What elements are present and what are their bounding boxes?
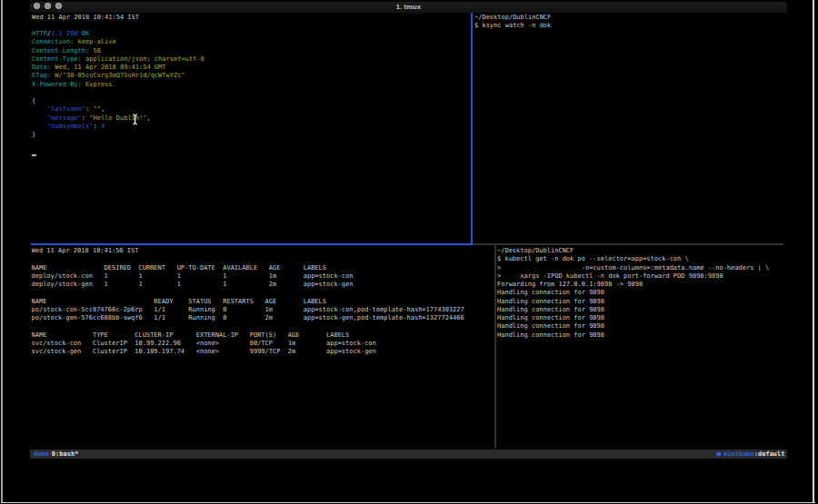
pane-port-forward[interactable]: ~/Desktop/DublinCNCF$ kubectl get -n dok… [497, 247, 785, 448]
pane-http-response[interactable]: Wed 11 Apr 2018 10:41:54 IST HTTP/1.1 20… [32, 14, 471, 242]
terminal-line [32, 22, 471, 30]
session-name: demo [34, 450, 49, 458]
pane-divider-vertical-top [471, 13, 473, 245]
kube-context-name: minikube [723, 450, 754, 458]
terminal-line: Content-Type: application/json; charset=… [32, 55, 471, 64]
terminal-line: NAME DESIRED CURRENT UP-TO-DATE AVAILABL… [32, 264, 494, 272]
terminal-line: deploy/stock-con 1 1 1 1 1m app=stock-co… [32, 272, 494, 281]
terminal-line: HTTP/1.1 200 OK [32, 30, 471, 38]
terminal-line [32, 322, 494, 331]
tmux-terminal: Wed 11 Apr 2018 10:41:54 IST HTTP/1.1 20… [30, 13, 787, 460]
terminal-line: "lastseen": "", [32, 105, 471, 114]
terminal-line: Handling connection for 9898 [497, 331, 785, 340]
terminal-line: > -o=custom-columns=:metadata.name --no-… [497, 264, 785, 272]
terminal-line: NAME READY STATUS RESTARTS AGE LABELS [32, 298, 494, 306]
terminal-cursor [32, 154, 36, 156]
screen-edge-right [813, 0, 814, 503]
terminal-line: > xargs -IPOD kubectl -n dok port-forwar… [497, 272, 785, 281]
terminal-line: Forwarding from 127.0.0.1:9898 -> 9898 [497, 281, 785, 289]
terminal-line [32, 255, 494, 263]
terminal-line: deploy/stock-gen 1 1 1 1 2m app=stock-ge… [32, 281, 494, 289]
terminal-line [32, 89, 471, 97]
terminal-line: svc/stock-gen ClusterIP 10.109.197.74 <n… [32, 348, 494, 356]
window-title: 1. tmux [30, 2, 787, 13]
ibeam-mouse-cursor [130, 113, 141, 126]
terminal-line: Handling connection for 9898 [497, 306, 785, 314]
status-window-item[interactable]: 0:bash* [52, 450, 79, 458]
terminal-line: ~/Desktop/DublinCNCF [497, 247, 785, 255]
pane-divider-horizontal-left [31, 243, 473, 245]
terminal-line: Wed 11 Apr 2018 10:41:54 IST [32, 14, 471, 22]
terminal-line: Handling connection for 9898 [497, 298, 785, 306]
terminal-line: $ ksync watch -n dok [474, 22, 785, 30]
terminal-line: "numsymbols": 4 [32, 123, 471, 131]
terminal-line: ~/Desktop/DublinCNCF [474, 14, 785, 22]
screen-edge-bottom [1, 502, 815, 504]
terminal-line: Handling connection for 9898 [497, 314, 785, 322]
terminal-line: { [32, 97, 471, 105]
terminal-window: 1. tmux Wed 11 Apr 2018 10:41:54 IST HTT… [30, 2, 787, 460]
terminal-line [32, 289, 494, 297]
window-titlebar[interactable]: 1. tmux [30, 2, 787, 13]
desktop-background: 1. tmux Wed 11 Apr 2018 10:41:54 IST HTT… [0, 0, 818, 504]
terminal-line: $ kubectl get -n dok po --selector=app=s… [497, 255, 785, 263]
terminal-line: NAME TYPE CLUSTER-IP EXTERNAL-IP PORT(S)… [32, 331, 494, 340]
terminal-line: Connection: keep-alive [32, 38, 471, 46]
terminal-line: po/stock-gen-576cc688bb-swqf6 1/1 Runnin… [32, 314, 494, 322]
terminal-line: Wed 11 Apr 2018 10:41:56 IST [32, 247, 494, 255]
terminal-line: "message": "Hello Dublin!", [32, 114, 471, 123]
kube-namespace: :default [754, 450, 785, 458]
pane-kubectl-get[interactable]: Wed 11 Apr 2018 10:41:56 IST NAME DESIRE… [32, 247, 494, 448]
hexagon-icon: ⬢ [716, 450, 723, 458]
terminal-line: svc/stock-con ClusterIP 10.99.222.96 <no… [32, 340, 494, 348]
kube-context: ⬢ minikube [716, 450, 754, 458]
terminal-line: Content-Length: 56 [32, 47, 471, 55]
terminal-line: X-Powered-By: Express [32, 81, 471, 89]
terminal-line: Handling connection for 9898 [497, 289, 785, 297]
pane-ksync-watch[interactable]: ~/Desktop/DublinCNCF$ ksync watch -n dok [474, 14, 785, 242]
terminal-line: ETag: W/"38-05coCsrg3mQ7SsHr1d/qcWTwYZc" [32, 72, 471, 80]
tmux-status-bar: demo0:bash*⬢ minikube:default [30, 450, 787, 459]
screen-edge-left [1, 0, 3, 503]
terminal-line: Handling connection for 9898 [497, 322, 785, 331]
terminal-line: po/stock-con-5cc874766c-2p6rp 1/1 Runnin… [32, 306, 494, 314]
pane-divider-horizontal-right [473, 243, 783, 245]
terminal-line: Date: Wed, 11 Apr 2018 09:41:54 GMT [32, 64, 471, 72]
terminal-line: } [32, 131, 471, 139]
pane-divider-vertical-bottom [494, 245, 496, 450]
